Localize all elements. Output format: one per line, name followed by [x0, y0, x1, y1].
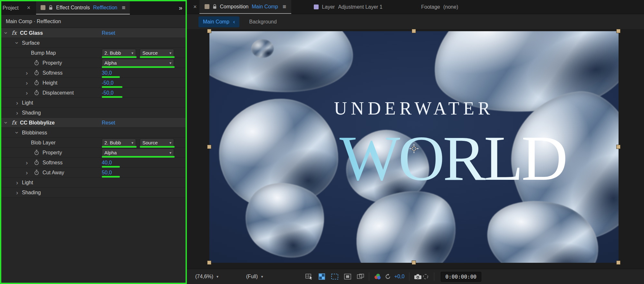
group-row-light[interactable]: › Light — [1, 98, 186, 108]
tab-footage[interactable]: Footage (none) — [421, 4, 458, 10]
chevron-right-icon[interactable]: › — [26, 68, 28, 78]
tab-project[interactable]: Project — [3, 5, 19, 11]
stopwatch-icon[interactable] — [34, 90, 39, 96]
lock-icon[interactable] — [213, 4, 217, 9]
property-dropdown[interactable]: Alpha ▾ — [102, 59, 174, 67]
region-of-interest-icon[interactable] — [331, 273, 339, 280]
dropdown-value: Alpha — [104, 60, 117, 66]
chevron-right-icon[interactable]: › — [16, 188, 18, 197]
param-row-softness: › Softness 40,0 — [1, 158, 186, 168]
group-row-shading[interactable]: › Shading — [1, 188, 186, 197]
snapshot-camera-icon[interactable] — [414, 273, 422, 280]
chevron-right-icon[interactable]: › — [26, 78, 28, 88]
layer-color-chip — [314, 5, 319, 9]
resolution-value: (Full) — [246, 274, 258, 279]
stopwatch-icon[interactable] — [34, 150, 39, 155]
anchor-point-icon[interactable] — [409, 144, 418, 153]
group-label: Blobbiness — [22, 128, 47, 138]
reset-link[interactable]: Reset — [102, 118, 115, 128]
stopwatch-icon[interactable] — [34, 70, 39, 76]
chevron-down-icon[interactable]: › — [12, 132, 22, 133]
stopwatch-icon[interactable] — [34, 170, 39, 175]
property-dropdown[interactable]: Alpha ▾ — [102, 149, 174, 157]
tab-composition-label: Composition — [220, 4, 249, 10]
effect-controls-tabbar: Project × Effect Controls Refflection ≡ … — [1, 1, 186, 15]
selection-handle[interactable] — [616, 29, 620, 33]
composition-area: × Composition Main Comp ≡ Layer Adjustme… — [187, 0, 644, 284]
param-row-property: Property Alpha ▾ — [1, 58, 186, 68]
highlight-underline — [102, 176, 120, 178]
stopwatch-icon[interactable] — [34, 160, 39, 165]
stopwatch-icon[interactable] — [34, 80, 39, 86]
channels-icon[interactable] — [374, 273, 381, 280]
bump-map-source-dropdown[interactable]: Source ▾ — [140, 49, 174, 57]
chevron-right-icon[interactable]: › — [26, 158, 28, 168]
mask-visibility-icon[interactable] — [344, 273, 351, 280]
chevron-down-icon[interactable]: › — [1, 32, 11, 34]
transparency-grid-icon[interactable] — [318, 273, 326, 280]
group-row-light[interactable]: › Light — [1, 178, 186, 188]
selection-handle[interactable] — [412, 261, 416, 265]
tab-composition[interactable]: Composition Main Comp ≡ — [199, 0, 292, 14]
resolution-dropdown[interactable]: (Full) ▾ — [246, 274, 296, 279]
dropdown-value: 2. Bubb — [104, 50, 121, 56]
close-icon[interactable]: × — [193, 4, 197, 10]
tab-effect-controls[interactable]: Effect Controls Refflection ≡ — [36, 1, 130, 14]
grid-guides-icon[interactable] — [305, 273, 313, 280]
dropdown-value: Alpha — [104, 150, 117, 155]
effect-header-cc-blobbylize[interactable]: › fx CC Blobbylize Reset — [1, 118, 186, 128]
viewer-tab-main-comp[interactable]: Main Comp ‹ — [198, 16, 239, 27]
chevron-down-icon: ▾ — [131, 51, 133, 55]
close-icon[interactable]: × — [27, 5, 31, 11]
bump-map-layer-dropdown[interactable]: 2. Bubb ▾ — [102, 49, 136, 57]
timecode-display[interactable]: 0:00:00:00 — [441, 272, 481, 282]
param-label: Softness — [43, 158, 62, 168]
chevron-right-icon[interactable]: › — [26, 168, 28, 178]
effect-name[interactable]: CC Blobbylize — [20, 118, 55, 128]
exposure-reset-icon[interactable] — [384, 273, 392, 280]
effect-header-cc-glass[interactable]: › fx CC Glass Reset — [1, 28, 186, 38]
exposure-value[interactable]: +0,0 — [394, 274, 405, 279]
blob-layer-source-dropdown[interactable]: Source ▾ — [140, 139, 174, 147]
chevron-right-icon[interactable]: › — [16, 178, 18, 188]
blob-layer-dropdown[interactable]: 2. Bubb ▾ — [102, 139, 136, 147]
tab-footage-label: Footage — [421, 4, 440, 10]
group-row-surface[interactable]: › Surface — [1, 38, 186, 48]
selection-handle[interactable] — [616, 261, 620, 265]
tab-effect-target-label: Refflection — [93, 5, 117, 11]
panel-overflow-icon[interactable]: » — [179, 4, 182, 12]
chevron-right-icon[interactable]: › — [26, 88, 28, 98]
selection-handle[interactable] — [412, 29, 416, 33]
after-effects-window: Project × Effect Controls Refflection ≡ … — [0, 0, 644, 284]
effect-name[interactable]: CC Glass — [20, 28, 43, 38]
tab-layer-name: Adjustment Layer 1 — [338, 4, 382, 10]
chevron-right-icon[interactable]: › — [16, 98, 18, 108]
composition-viewport[interactable]: UNDERWATER WORLD — [187, 30, 644, 269]
highlight-underline — [102, 86, 122, 88]
tab-layer[interactable]: Layer Adjustment Layer 1 — [314, 4, 382, 10]
panel-menu-icon[interactable]: ≡ — [283, 3, 286, 10]
param-label: Bump Map — [31, 48, 56, 58]
viewer-tab-label: Main Comp — [203, 19, 229, 25]
zoom-dropdown[interactable]: (74,6%) ▾ — [195, 274, 234, 279]
selection-handle[interactable] — [207, 145, 211, 149]
lock-icon[interactable] — [49, 5, 53, 10]
highlight-underline — [102, 156, 175, 158]
viewer-lock-icon[interactable]: ‹ — [233, 19, 235, 25]
snapshot-show-icon[interactable] — [422, 273, 429, 280]
chevron-down-icon[interactable]: › — [12, 42, 22, 44]
param-row-property: Property Alpha ▾ — [1, 148, 186, 158]
group-label: Surface — [22, 38, 40, 48]
group-row-blobbiness[interactable]: › Blobbiness — [1, 128, 186, 138]
viewer-tab-background[interactable]: Background — [249, 19, 276, 25]
selection-handle[interactable] — [207, 261, 211, 265]
chevron-down-icon[interactable]: › — [1, 122, 11, 124]
pixel-aspect-icon[interactable] — [357, 273, 364, 280]
group-row-shading[interactable]: › Shading — [1, 108, 186, 118]
selection-handle[interactable] — [616, 145, 620, 149]
panel-menu-icon[interactable]: ≡ — [122, 4, 125, 11]
reset-link[interactable]: Reset — [102, 28, 115, 38]
chevron-right-icon[interactable]: › — [16, 108, 18, 118]
stopwatch-icon[interactable] — [34, 60, 39, 66]
selection-handle[interactable] — [207, 29, 211, 33]
